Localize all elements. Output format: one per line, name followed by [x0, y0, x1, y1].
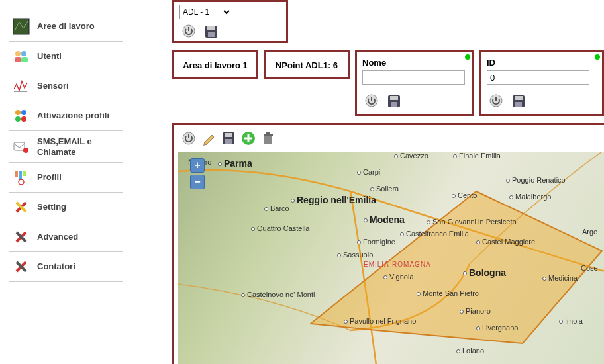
advanced-icon: [12, 228, 30, 246]
nome-label: Nome: [362, 58, 467, 68]
sidebar-item-sms[interactable]: SMS,EMAIL e Chiamate: [9, 131, 123, 163]
map[interactable]: + − EMILIA-ROMAGNA Parma Reggio nell'Emi…: [178, 152, 604, 364]
sidebar-item-label: Profili: [37, 172, 62, 183]
map-city: Sassuolo: [337, 251, 373, 259]
adl-select[interactable]: ADL - 1: [179, 5, 232, 19]
map-city: Carpi: [357, 168, 380, 176]
svg-rect-31: [225, 139, 232, 144]
svg-point-2: [21, 51, 26, 56]
map-city: Medicina: [542, 274, 578, 282]
map-city: Cavezzo: [394, 152, 428, 159]
svg-point-15: [19, 179, 24, 185]
map-city: Barco: [264, 205, 289, 212]
sidebar-item-label: Advanced: [37, 232, 78, 242]
npoint-label: NPoint ADL1: 6: [276, 60, 338, 70]
svg-rect-10: [14, 142, 25, 150]
sidebar-item-profili[interactable]: Profili: [9, 163, 123, 193]
map-city: Soliera: [370, 185, 399, 193]
map-power-button[interactable]: [179, 129, 198, 148]
sidebar-item-advanced[interactable]: Advanced: [9, 222, 123, 252]
sidebar-item-label: Sensori: [37, 81, 69, 91]
sidebar-item-label: Contatori: [37, 261, 76, 272]
sidebar-item-label: Utenti: [37, 51, 62, 62]
map-city: Castel Maggiore: [476, 238, 535, 246]
svg-rect-30: [225, 133, 232, 137]
sidebar-item-setting[interactable]: Setting: [9, 193, 123, 222]
svg-rect-13: [19, 171, 22, 180]
map-save-button[interactable]: [219, 129, 238, 148]
settings-icon: [12, 198, 30, 216]
sidebar-item-label: SMS,EMAIL e Chiamate: [37, 136, 121, 157]
area-label-panel: Area di lavoro 1: [172, 50, 258, 79]
sidebar-item-label: Aree di lavoro: [37, 21, 95, 32]
users-icon: [12, 47, 30, 66]
nome-save-button[interactable]: [385, 92, 403, 111]
sidebar-item-aree[interactable]: Aree di lavoro: [9, 12, 123, 42]
map-city: Cose: [581, 264, 598, 272]
id-label: ID: [487, 58, 597, 68]
map-add-button[interactable]: [239, 129, 258, 148]
svg-point-6: [15, 110, 21, 115]
map-city: Poggio Renatico: [506, 176, 566, 184]
power-button[interactable]: [179, 22, 198, 40]
map-delete-button[interactable]: [259, 129, 277, 148]
id-panel: ID: [479, 50, 604, 116]
id-input[interactable]: [487, 70, 589, 85]
svg-rect-0: [13, 19, 29, 34]
area-label: Area di lavoro 1: [183, 60, 248, 70]
map-panel: + − EMILIA-ROMAGNA Parma Reggio nell'Emi…: [172, 123, 604, 364]
map-city: Castelnovo ne' Monti: [241, 291, 315, 298]
svg-rect-3: [15, 57, 21, 62]
svg-rect-12: [15, 171, 18, 177]
map-city: Finale Emilia: [453, 152, 501, 159]
svg-rect-22: [390, 96, 398, 100]
svg-point-8: [15, 116, 21, 122]
comms-icon: [12, 138, 30, 156]
zoom-control: + −: [190, 158, 205, 191]
sidebar-item-contatori[interactable]: Contatori: [9, 252, 123, 282]
map-city: Formigine: [357, 238, 395, 246]
svg-point-11: [23, 148, 28, 153]
sensors-icon: [12, 77, 30, 95]
svg-rect-18: [207, 26, 215, 30]
zoom-in-button[interactable]: +: [190, 158, 205, 173]
map-city: Imola: [559, 317, 583, 325]
region-label: EMILIA-ROMAGNA: [364, 261, 431, 268]
zoom-out-button[interactable]: −: [190, 175, 205, 189]
map-city: Cento: [452, 191, 477, 199]
sidebar-item-sensori[interactable]: Sensori: [9, 71, 123, 101]
svg-point-9: [21, 116, 26, 122]
sidebar-item-attivazione[interactable]: Attivazione profili: [9, 101, 123, 131]
map-city: Malalbergo: [509, 193, 551, 201]
id-save-button[interactable]: [509, 92, 528, 111]
svg-rect-23: [391, 102, 397, 107]
map-city: Reggio nell'Emilia: [291, 195, 376, 205]
map-area-icon: [12, 17, 30, 36]
save-button[interactable]: [202, 23, 221, 41]
svg-rect-33: [264, 136, 272, 144]
map-city: Pavullo nel Frignano: [344, 317, 416, 325]
map-city: Monte San Pietro: [417, 289, 479, 297]
npoint-panel: NPoint ADL1: 6: [264, 50, 350, 79]
counters-icon: [12, 257, 30, 276]
svg-rect-14: [23, 171, 26, 176]
map-city: Loiano: [456, 347, 484, 355]
svg-rect-5: [14, 91, 27, 92]
sidebar-item-label: Attivazione profili: [37, 111, 109, 121]
nome-input[interactable]: [362, 70, 465, 85]
adl-selector-panel: ADL - 1: [172, 0, 288, 43]
svg-rect-19: [208, 32, 215, 37]
activation-icon: [12, 107, 30, 125]
svg-point-7: [21, 110, 26, 115]
map-city: Bologna: [463, 267, 506, 278]
sidebar-item-utenti[interactable]: Utenti: [9, 42, 123, 71]
nome-panel: Nome: [355, 50, 474, 116]
nome-power-button[interactable]: [362, 91, 381, 110]
map-edit-button[interactable]: [199, 129, 218, 148]
map-city: Livergnano: [476, 324, 518, 332]
map-city: Quattro Castella: [251, 224, 309, 232]
status-dot: [465, 54, 470, 60]
sidebar-item-label: Setting: [37, 202, 66, 212]
svg-rect-27: [515, 102, 522, 107]
id-power-button[interactable]: [487, 91, 505, 110]
